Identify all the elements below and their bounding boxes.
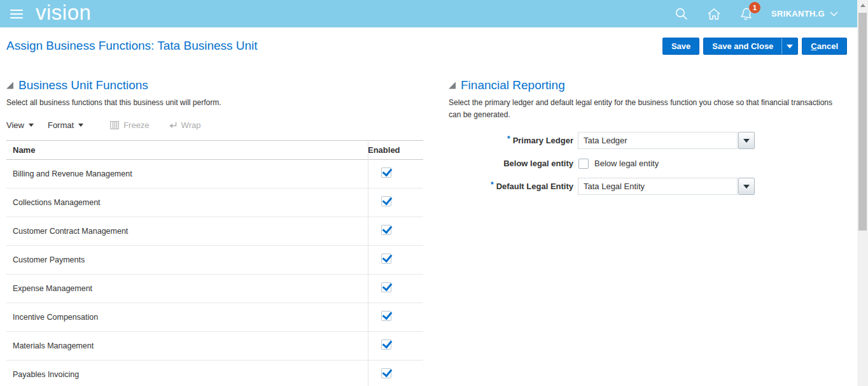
primary-ledger-label: Primary Ledger xyxy=(513,136,573,145)
business-function-name: Customer Payments xyxy=(6,255,85,264)
business-unit-functions-section: Business Unit Functions Select all busin… xyxy=(6,78,423,386)
below-legal-entity-checkbox[interactable] xyxy=(578,159,589,169)
save-and-close-dropdown-button[interactable] xyxy=(781,38,797,54)
business-functions-table: Name Enabled Billing and Revenue Managem… xyxy=(6,140,423,386)
required-indicator: * xyxy=(507,134,510,143)
action-buttons: Save Save and Close Cancel xyxy=(662,38,847,55)
section-title: Financial Reporting xyxy=(461,78,565,92)
primary-ledger-row: *Primary Ledger Tata Ledger xyxy=(449,132,838,149)
table-row[interactable]: Billing and Revenue Management xyxy=(6,160,423,189)
business-function-name: Payables Invoicing xyxy=(6,370,79,379)
business-function-name: Materials Management xyxy=(6,341,94,350)
column-header-name: Name xyxy=(6,145,361,155)
triangle-down-icon xyxy=(78,124,83,127)
scrollbar-up-button[interactable] xyxy=(857,0,868,11)
enabled-checkbox[interactable] xyxy=(381,340,391,350)
arrow-up-icon xyxy=(860,4,865,7)
table-row[interactable]: Customer Payments xyxy=(6,246,423,275)
default-legal-entity-dropdown-button[interactable] xyxy=(738,178,755,195)
chevron-down-icon xyxy=(830,11,838,17)
user-menu[interactable]: SRIKANTH.G xyxy=(771,9,838,18)
primary-ledger-input[interactable]: Tata Ledger xyxy=(578,132,738,149)
below-legal-entity-row: Below legal entity Below legal entity xyxy=(449,155,838,172)
search-icon[interactable] xyxy=(675,7,689,21)
freeze-button: Freeze xyxy=(110,120,149,130)
page-title: Assign Business Functions: Tata Business… xyxy=(6,39,258,53)
format-menu[interactable]: Format xyxy=(48,120,83,130)
view-menu[interactable]: View xyxy=(6,120,34,130)
enabled-checkbox[interactable] xyxy=(381,311,391,321)
table-header-row: Name Enabled xyxy=(6,140,423,160)
table-row[interactable]: Customer Contract Management xyxy=(6,217,423,246)
table-row[interactable]: Materials Management xyxy=(6,332,423,361)
table-row[interactable]: Expense Management xyxy=(6,275,423,303)
triangle-down-icon xyxy=(743,139,750,143)
below-legal-entity-label: Below legal entity xyxy=(503,159,573,168)
enabled-checkbox[interactable] xyxy=(381,225,391,235)
table-row[interactable]: Collections Management xyxy=(6,189,423,217)
financial-reporting-section: Financial Reporting Select the primary l… xyxy=(449,78,838,201)
hamburger-menu-icon[interactable] xyxy=(10,10,23,18)
save-and-close-button[interactable]: Save and Close xyxy=(704,38,781,54)
home-icon[interactable] xyxy=(706,7,722,21)
business-function-name: Expense Management xyxy=(6,284,92,293)
cancel-button[interactable]: Cancel xyxy=(802,38,847,55)
enabled-checkbox[interactable] xyxy=(381,254,391,264)
enabled-checkbox[interactable] xyxy=(381,196,391,206)
business-function-name: Collections Management xyxy=(6,198,101,207)
table-toolbar: View Format Freeze Wrap xyxy=(6,119,423,132)
scrollbar-thumb[interactable] xyxy=(858,13,867,231)
section-title: Business Unit Functions xyxy=(18,78,148,92)
section-description: Select all business functions that this … xyxy=(6,97,423,109)
default-legal-entity-label: Default Legal Entity xyxy=(496,182,573,191)
enabled-checkbox[interactable] xyxy=(381,282,391,292)
user-name: SRIKANTH.G xyxy=(771,9,825,18)
table-row[interactable]: Payables Invoicing xyxy=(6,361,423,386)
business-function-name: Billing and Revenue Management xyxy=(6,169,132,178)
app-header: vision 1 SRIKANTH.G xyxy=(0,0,857,27)
notification-badge: 1 xyxy=(749,2,760,13)
triangle-down-icon xyxy=(29,124,34,127)
enabled-checkbox[interactable] xyxy=(381,368,391,378)
section-description: Select the primary ledger and default le… xyxy=(449,97,838,120)
save-button[interactable]: Save xyxy=(662,38,699,55)
below-legal-entity-checkbox-label: Below legal entity xyxy=(594,159,659,168)
triangle-down-icon xyxy=(787,45,793,48)
triangle-down-icon xyxy=(743,185,750,189)
freeze-icon xyxy=(110,121,120,130)
primary-ledger-dropdown-button[interactable] xyxy=(738,132,755,149)
section-collapse-icon[interactable] xyxy=(449,82,456,89)
business-function-name: Customer Contract Management xyxy=(6,227,128,236)
business-function-name: Incentive Compensation xyxy=(6,313,98,322)
notifications-bell-icon[interactable]: 1 xyxy=(739,6,753,22)
section-collapse-icon[interactable] xyxy=(6,82,13,89)
save-and-close-split-button: Save and Close xyxy=(703,38,798,55)
wrap-icon xyxy=(169,121,178,129)
default-legal-entity-input[interactable]: Tata Legal Entity xyxy=(578,178,738,195)
wrap-button: Wrap xyxy=(169,120,201,130)
app-logo: vision xyxy=(36,0,91,26)
vertical-scrollbar[interactable] xyxy=(857,0,868,386)
required-indicator: * xyxy=(491,180,494,189)
enabled-checkbox[interactable] xyxy=(381,168,391,178)
table-row[interactable]: Incentive Compensation xyxy=(6,303,423,332)
default-legal-entity-row: *Default Legal Entity Tata Legal Entity xyxy=(449,178,838,195)
